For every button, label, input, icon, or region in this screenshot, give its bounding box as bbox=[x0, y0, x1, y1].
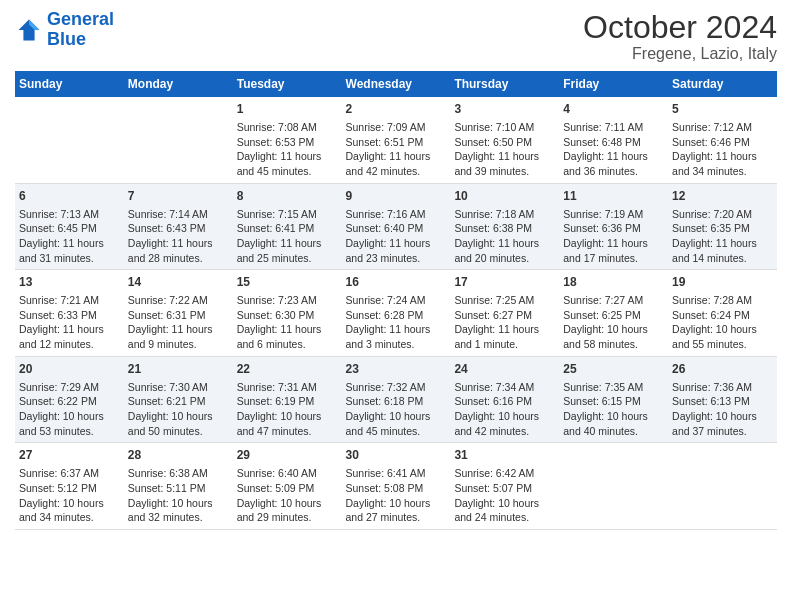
sunrise-text: Sunrise: 7:32 AM bbox=[346, 381, 426, 393]
sunrise-text: Sunrise: 7:31 AM bbox=[237, 381, 317, 393]
calendar-cell: 31Sunrise: 6:42 AMSunset: 5:07 PMDayligh… bbox=[450, 443, 559, 530]
logo-line1: General bbox=[47, 9, 114, 29]
calendar-cell: 30Sunrise: 6:41 AMSunset: 5:08 PMDayligh… bbox=[342, 443, 451, 530]
daylight-text: Daylight: 11 hours and 36 minutes. bbox=[563, 150, 648, 177]
sunrise-text: Sunrise: 7:14 AM bbox=[128, 208, 208, 220]
calendar-cell: 4Sunrise: 7:11 AMSunset: 6:48 PMDaylight… bbox=[559, 97, 668, 183]
sunrise-text: Sunrise: 7:09 AM bbox=[346, 121, 426, 133]
day-number: 16 bbox=[346, 274, 447, 291]
day-number: 13 bbox=[19, 274, 120, 291]
sunrise-text: Sunrise: 7:13 AM bbox=[19, 208, 99, 220]
header: General Blue October 2024 Fregene, Lazio… bbox=[15, 10, 777, 63]
sunrise-text: Sunrise: 7:35 AM bbox=[563, 381, 643, 393]
header-row: SundayMondayTuesdayWednesdayThursdayFrid… bbox=[15, 71, 777, 97]
daylight-text: Daylight: 10 hours and 34 minutes. bbox=[19, 497, 104, 524]
day-number: 2 bbox=[346, 101, 447, 118]
sunset-text: Sunset: 6:45 PM bbox=[19, 222, 97, 234]
sunset-text: Sunset: 5:07 PM bbox=[454, 482, 532, 494]
sunset-text: Sunset: 6:36 PM bbox=[563, 222, 641, 234]
daylight-text: Daylight: 10 hours and 42 minutes. bbox=[454, 410, 539, 437]
day-number: 19 bbox=[672, 274, 773, 291]
sunrise-text: Sunrise: 7:15 AM bbox=[237, 208, 317, 220]
logo-text: General Blue bbox=[47, 10, 114, 50]
sunset-text: Sunset: 6:22 PM bbox=[19, 395, 97, 407]
daylight-text: Daylight: 11 hours and 14 minutes. bbox=[672, 237, 757, 264]
sunset-text: Sunset: 6:51 PM bbox=[346, 136, 424, 148]
daylight-text: Daylight: 11 hours and 1 minute. bbox=[454, 323, 539, 350]
day-number: 28 bbox=[128, 447, 229, 464]
calendar-cell: 15Sunrise: 7:23 AMSunset: 6:30 PMDayligh… bbox=[233, 270, 342, 357]
calendar-cell: 18Sunrise: 7:27 AMSunset: 6:25 PMDayligh… bbox=[559, 270, 668, 357]
sunrise-text: Sunrise: 7:23 AM bbox=[237, 294, 317, 306]
daylight-text: Daylight: 10 hours and 53 minutes. bbox=[19, 410, 104, 437]
sunrise-text: Sunrise: 7:28 AM bbox=[672, 294, 752, 306]
calendar-cell: 11Sunrise: 7:19 AMSunset: 6:36 PMDayligh… bbox=[559, 183, 668, 270]
day-number: 4 bbox=[563, 101, 664, 118]
weekday-header: Tuesday bbox=[233, 71, 342, 97]
calendar-cell: 23Sunrise: 7:32 AMSunset: 6:18 PMDayligh… bbox=[342, 356, 451, 443]
sunset-text: Sunset: 6:15 PM bbox=[563, 395, 641, 407]
daylight-text: Daylight: 11 hours and 42 minutes. bbox=[346, 150, 431, 177]
weekday-header: Saturday bbox=[668, 71, 777, 97]
sunset-text: Sunset: 6:53 PM bbox=[237, 136, 315, 148]
daylight-text: Daylight: 11 hours and 28 minutes. bbox=[128, 237, 213, 264]
calendar-cell: 21Sunrise: 7:30 AMSunset: 6:21 PMDayligh… bbox=[124, 356, 233, 443]
sunrise-text: Sunrise: 7:20 AM bbox=[672, 208, 752, 220]
sunrise-text: Sunrise: 7:18 AM bbox=[454, 208, 534, 220]
sunrise-text: Sunrise: 6:40 AM bbox=[237, 467, 317, 479]
sunrise-text: Sunrise: 7:27 AM bbox=[563, 294, 643, 306]
sunset-text: Sunset: 5:11 PM bbox=[128, 482, 206, 494]
weekday-header: Monday bbox=[124, 71, 233, 97]
daylight-text: Daylight: 11 hours and 25 minutes. bbox=[237, 237, 322, 264]
sunset-text: Sunset: 5:09 PM bbox=[237, 482, 315, 494]
daylight-text: Daylight: 11 hours and 12 minutes. bbox=[19, 323, 104, 350]
sunrise-text: Sunrise: 7:08 AM bbox=[237, 121, 317, 133]
day-number: 9 bbox=[346, 188, 447, 205]
sunset-text: Sunset: 6:43 PM bbox=[128, 222, 206, 234]
page: General Blue October 2024 Fregene, Lazio… bbox=[0, 0, 792, 540]
calendar-cell: 13Sunrise: 7:21 AMSunset: 6:33 PMDayligh… bbox=[15, 270, 124, 357]
sunset-text: Sunset: 6:41 PM bbox=[237, 222, 315, 234]
weekday-header: Friday bbox=[559, 71, 668, 97]
calendar-cell: 25Sunrise: 7:35 AMSunset: 6:15 PMDayligh… bbox=[559, 356, 668, 443]
calendar-cell bbox=[559, 443, 668, 530]
daylight-text: Daylight: 11 hours and 20 minutes. bbox=[454, 237, 539, 264]
daylight-text: Daylight: 10 hours and 58 minutes. bbox=[563, 323, 648, 350]
calendar-cell: 19Sunrise: 7:28 AMSunset: 6:24 PMDayligh… bbox=[668, 270, 777, 357]
daylight-text: Daylight: 11 hours and 45 minutes. bbox=[237, 150, 322, 177]
day-number: 31 bbox=[454, 447, 555, 464]
sunset-text: Sunset: 6:27 PM bbox=[454, 309, 532, 321]
calendar-cell bbox=[15, 97, 124, 183]
logo-line2: Blue bbox=[47, 29, 86, 49]
sunset-text: Sunset: 6:30 PM bbox=[237, 309, 315, 321]
page-title: October 2024 bbox=[583, 10, 777, 45]
day-number: 10 bbox=[454, 188, 555, 205]
calendar-cell: 14Sunrise: 7:22 AMSunset: 6:31 PMDayligh… bbox=[124, 270, 233, 357]
sunset-text: Sunset: 6:19 PM bbox=[237, 395, 315, 407]
daylight-text: Daylight: 11 hours and 39 minutes. bbox=[454, 150, 539, 177]
weekday-header: Wednesday bbox=[342, 71, 451, 97]
daylight-text: Daylight: 11 hours and 6 minutes. bbox=[237, 323, 322, 350]
sunset-text: Sunset: 6:40 PM bbox=[346, 222, 424, 234]
sunrise-text: Sunrise: 6:38 AM bbox=[128, 467, 208, 479]
sunrise-text: Sunrise: 6:42 AM bbox=[454, 467, 534, 479]
title-block: October 2024 Fregene, Lazio, Italy bbox=[583, 10, 777, 63]
day-number: 25 bbox=[563, 361, 664, 378]
calendar-cell: 16Sunrise: 7:24 AMSunset: 6:28 PMDayligh… bbox=[342, 270, 451, 357]
calendar-cell: 8Sunrise: 7:15 AMSunset: 6:41 PMDaylight… bbox=[233, 183, 342, 270]
sunrise-text: Sunrise: 7:24 AM bbox=[346, 294, 426, 306]
sunset-text: Sunset: 6:21 PM bbox=[128, 395, 206, 407]
sunset-text: Sunset: 6:25 PM bbox=[563, 309, 641, 321]
daylight-text: Daylight: 11 hours and 34 minutes. bbox=[672, 150, 757, 177]
day-number: 21 bbox=[128, 361, 229, 378]
day-number: 29 bbox=[237, 447, 338, 464]
daylight-text: Daylight: 10 hours and 27 minutes. bbox=[346, 497, 431, 524]
day-number: 8 bbox=[237, 188, 338, 205]
calendar-cell: 27Sunrise: 6:37 AMSunset: 5:12 PMDayligh… bbox=[15, 443, 124, 530]
daylight-text: Daylight: 10 hours and 47 minutes. bbox=[237, 410, 322, 437]
day-number: 22 bbox=[237, 361, 338, 378]
sunset-text: Sunset: 6:38 PM bbox=[454, 222, 532, 234]
sunrise-text: Sunrise: 7:22 AM bbox=[128, 294, 208, 306]
day-number: 12 bbox=[672, 188, 773, 205]
calendar-row: 20Sunrise: 7:29 AMSunset: 6:22 PMDayligh… bbox=[15, 356, 777, 443]
